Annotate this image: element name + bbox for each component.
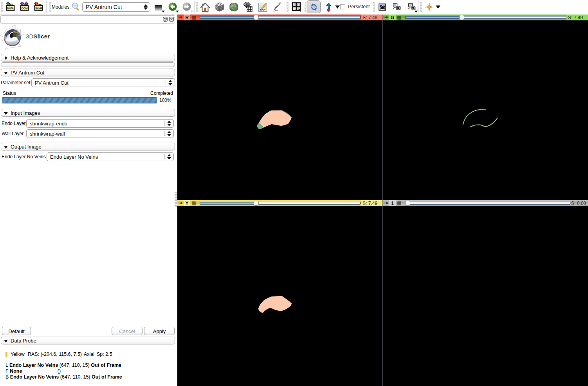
svg-text:DATA: DATA: [7, 7, 14, 10]
svg-text:SAVE: SAVE: [35, 7, 42, 10]
svg-text:DCM: DCM: [22, 7, 28, 10]
